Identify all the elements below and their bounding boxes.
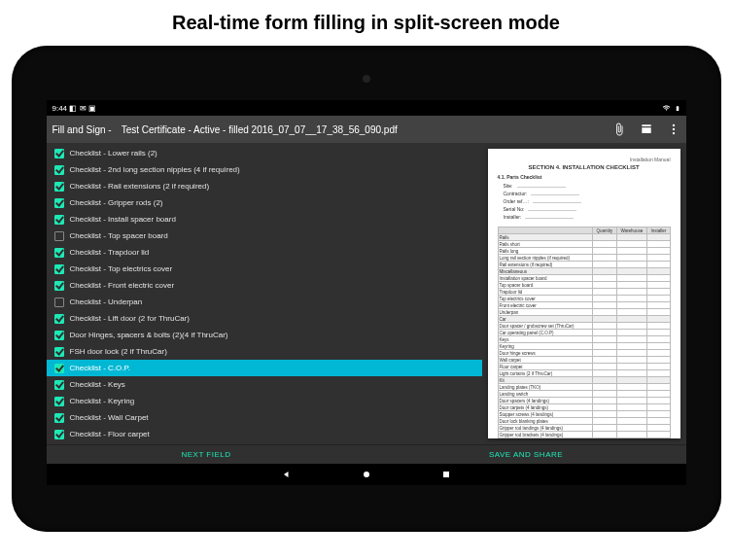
doc-manual-label: Installation Manual xyxy=(498,157,671,162)
nav-back-icon[interactable] xyxy=(281,469,293,480)
tablet-frame: 9:44 ◧ ✉ ▣ Fill and Sign - Test Certific… xyxy=(12,46,721,532)
checkbox[interactable] xyxy=(54,413,64,423)
nav-bar xyxy=(47,464,686,485)
checkbox[interactable] xyxy=(54,264,64,274)
checklist[interactable]: Checklist - Lower rails (2)Checklist - 2… xyxy=(47,143,482,444)
checkbox[interactable] xyxy=(54,364,64,373)
nav-recent-icon[interactable] xyxy=(440,469,452,480)
checkbox[interactable] xyxy=(54,182,64,192)
page-caption: Real-time form filling in split-screen m… xyxy=(0,0,732,38)
status-left: 9:44 ◧ ✉ ▣ xyxy=(52,104,96,113)
svg-point-2 xyxy=(672,132,674,134)
split-content: Checklist - Lower rails (2)Checklist - 2… xyxy=(47,143,686,444)
list-item-label: Door Hinges, spacers & bolts (2)(4 if Th… xyxy=(70,331,228,339)
preview-pane: Installation Manual SECTION 4. INSTALLAT… xyxy=(482,143,686,444)
checkbox[interactable] xyxy=(54,397,64,406)
list-item[interactable]: Checklist - Lower rails (2) xyxy=(47,145,482,161)
bottom-actions: NEXT FIELD SAVE AND SHARE xyxy=(47,444,686,464)
checkbox[interactable] xyxy=(54,331,64,340)
svg-point-1 xyxy=(672,128,674,130)
list-item-label: FSH door lock (2 if ThruCar) xyxy=(70,347,167,356)
checkbox[interactable] xyxy=(54,215,64,225)
list-item[interactable]: Checklist - Gripper rods (2) xyxy=(47,194,482,211)
doc-field: Order ref…: xyxy=(504,197,671,205)
list-item-label: Checklist - Lower rails (2) xyxy=(70,149,157,158)
checkbox[interactable] xyxy=(54,198,64,208)
list-item[interactable]: Checklist - Lift door (2 for ThruCar) xyxy=(47,310,482,327)
svg-point-0 xyxy=(672,124,674,126)
checkbox[interactable] xyxy=(54,298,64,307)
list-item-label: Checklist - Top electrics cover xyxy=(70,264,173,273)
appbar-prefix: Fill and Sign - xyxy=(52,124,112,135)
list-item-label: Checklist - C.O.P. xyxy=(70,364,131,372)
list-item[interactable]: Checklist - Wall Carpet xyxy=(47,409,482,426)
camera-dot xyxy=(363,75,370,83)
checkbox[interactable] xyxy=(54,248,64,258)
doc-subtitle: 4.1. Parts Checklist xyxy=(498,174,671,180)
doc-field: Serial No: xyxy=(504,205,671,213)
checkbox[interactable] xyxy=(54,314,64,324)
checkbox[interactable] xyxy=(54,231,64,241)
svg-rect-4 xyxy=(443,472,449,477)
list-item-label: Checklist - Gripper rods (2) xyxy=(70,198,163,207)
document-preview[interactable]: Installation Manual SECTION 4. INSTALLAT… xyxy=(488,149,680,438)
list-item-label: Checklist - Lift door (2 for ThruCar) xyxy=(70,314,190,323)
list-item-label: Checklist - Rail extensions (2 if requir… xyxy=(70,182,210,191)
save-share-button[interactable]: SAVE AND SHARE xyxy=(366,445,686,464)
list-item-label: Checklist - Underpan xyxy=(70,298,143,306)
battery-icon xyxy=(675,104,680,113)
appbar-filename: Test Certificate - Active - filled 2016_… xyxy=(122,124,603,135)
svg-point-3 xyxy=(364,472,369,477)
checkbox[interactable] xyxy=(54,347,64,357)
list-item-label: Checklist - Keyring xyxy=(70,397,135,405)
list-item[interactable]: Checklist - Top spacer board xyxy=(47,228,482,244)
list-item[interactable]: Checklist - Keys xyxy=(47,376,482,393)
doc-fields: Site:Contractor:Order ref…:Serial No:Ins… xyxy=(504,182,671,221)
next-field-button[interactable]: NEXT FIELD xyxy=(47,445,366,464)
list-item-label: Checklist - 2nd long section nipples (4 … xyxy=(70,165,240,174)
status-bar: 9:44 ◧ ✉ ▣ xyxy=(47,100,686,116)
status-time: 9:44 xyxy=(52,104,68,113)
checkbox[interactable] xyxy=(54,149,64,158)
app-bar: Fill and Sign - Test Certificate - Activ… xyxy=(47,116,686,143)
status-right xyxy=(662,104,680,113)
doc-field: Installer: xyxy=(504,213,671,221)
list-item-label: Checklist - Keys xyxy=(70,380,125,389)
list-item-label: Checklist - Top spacer board xyxy=(70,231,168,240)
checkbox[interactable] xyxy=(54,430,64,439)
checkbox[interactable] xyxy=(54,165,64,175)
list-item[interactable]: Door Hinges, spacers & bolts (2)(4 if Th… xyxy=(47,327,482,343)
list-item[interactable]: Checklist - Keyring xyxy=(47,393,482,409)
list-item-label: Checklist - Install spacer board xyxy=(70,215,176,224)
appbar-actions xyxy=(612,122,680,136)
checkbox[interactable] xyxy=(54,380,64,390)
doc-field: Contractor: xyxy=(504,190,671,197)
device-screen: 9:44 ◧ ✉ ▣ Fill and Sign - Test Certific… xyxy=(47,100,686,485)
list-item[interactable]: Checklist - C.O.P. xyxy=(47,360,482,376)
list-item-label: Checklist - Front electric cover xyxy=(70,281,175,290)
list-item-label: Checklist - Trapdoor lid xyxy=(70,248,150,257)
checkbox[interactable] xyxy=(54,281,64,291)
list-item[interactable]: Checklist - Trapdoor lid xyxy=(47,244,482,261)
list-item[interactable]: Checklist - Underpan xyxy=(47,294,482,310)
more-vert-icon[interactable] xyxy=(667,122,680,136)
list-item[interactable]: Checklist - Top electrics cover xyxy=(47,261,482,277)
doc-field: Site: xyxy=(504,182,671,190)
doc-title: SECTION 4. INSTALLATION CHECKLIST xyxy=(498,164,671,170)
nav-home-icon[interactable] xyxy=(361,469,372,480)
status-notif-icons: ◧ ✉ ▣ xyxy=(69,104,95,113)
wifi-icon xyxy=(662,104,671,112)
list-item[interactable]: Checklist - 2nd long section nipples (4 … xyxy=(47,161,482,178)
list-item[interactable]: Checklist - Floor carpet xyxy=(47,426,482,442)
list-item-label: Checklist - Floor carpet xyxy=(70,430,150,438)
list-item-label: Checklist - Wall Carpet xyxy=(70,413,149,422)
list-item[interactable]: Checklist - Install spacer board xyxy=(47,211,482,228)
list-item[interactable]: FSH door lock (2 if ThruCar) xyxy=(47,343,482,360)
list-item[interactable]: Checklist - Rail extensions (2 if requir… xyxy=(47,178,482,194)
attachment-icon[interactable] xyxy=(612,122,626,136)
document-icon[interactable] xyxy=(640,122,653,136)
list-item[interactable]: Checklist - Front electric cover xyxy=(47,277,482,294)
checklist-pane: Checklist - Lower rails (2)Checklist - 2… xyxy=(47,143,482,444)
doc-table: QuantityWarehouseInstallerRailsRails sho… xyxy=(498,227,671,438)
